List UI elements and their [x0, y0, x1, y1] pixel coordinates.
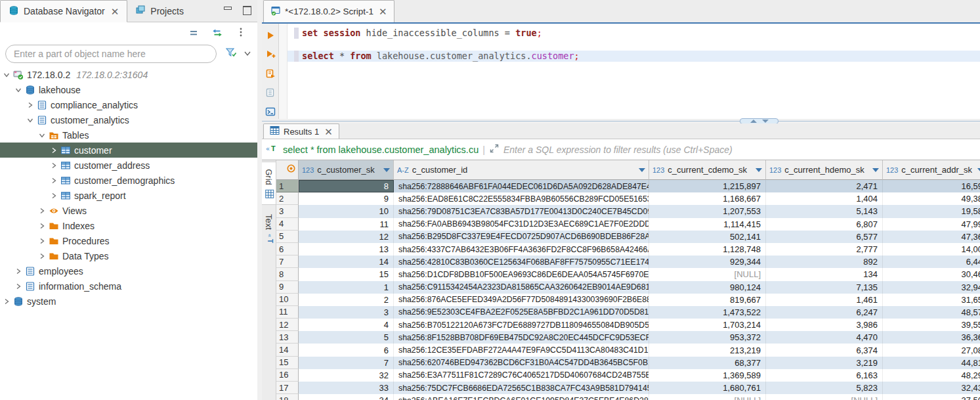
row-number[interactable]: 5 — [276, 231, 299, 243]
chevron-right-icon[interactable] — [50, 146, 58, 154]
cell-c_customer_sk-row10[interactable]: 2 — [299, 294, 394, 306]
row-number[interactable]: 3 — [276, 205, 299, 217]
cell-c_current_hdemo_sk-row14[interactable]: 6,374 — [766, 344, 883, 356]
cell-c_customer_id-row5[interactable]: sha256:B295D8FC337E9E4FECD0725D907ACD6B6… — [394, 231, 649, 243]
cell-c_customer_sk-row8[interactable]: 15 — [299, 268, 394, 280]
cell-c_customer_id-row13[interactable]: sha256:8F1528BB708DF69EB475DC92A8C20EC44… — [394, 331, 649, 344]
tree-item-procedures[interactable]: Procedures — [0, 233, 257, 248]
splitter-up-icon[interactable] — [750, 120, 757, 123]
view-menu-icon[interactable] — [235, 27, 247, 39]
row-number[interactable]: 15 — [276, 357, 299, 369]
cell-c_customer_id-row6[interactable]: sha256:4337C7AB6432E3B06FF4A3636FD2F8CC8… — [394, 243, 649, 256]
filter-input[interactable]: Enter a SQL expression to filter results… — [503, 144, 733, 155]
cell-c_current_addr_sk-row7[interactable]: 6,44 — [883, 256, 980, 268]
cell-c_customer_id-row17[interactable]: sha256:75DC7FCB6686EDA72565C1B838CA7FC43… — [394, 382, 649, 394]
cell-c_current_hdemo_sk-row16[interactable]: 6,163 — [766, 369, 883, 382]
tree-item-customer-demographics[interactable]: customer_demographics — [0, 173, 257, 188]
cell-c_current_addr_sk-row5[interactable]: 47,36 — [883, 231, 980, 243]
cell-c_current_hdemo_sk-row6[interactable]: 2,777 — [766, 243, 883, 256]
maximize-icon[interactable] — [242, 6, 251, 14]
cell-c_current_cdemo_sk-row12[interactable]: 1,703,214 — [649, 319, 766, 331]
panel-splitter[interactable] — [257, 0, 262, 400]
minimize-icon[interactable] — [223, 6, 232, 14]
cell-c_customer_sk-row1[interactable]: 8 — [299, 180, 394, 192]
sql-code[interactable]: set session hide_inaccessible_columns = … — [288, 24, 980, 119]
cell-c_current_addr_sk-row18[interactable]: 37,50 — [883, 394, 980, 400]
execute-script-icon[interactable] — [265, 68, 276, 81]
cell-c_customer_sk-row2[interactable]: 9 — [299, 192, 394, 205]
cell-c_customer_id-row16[interactable]: sha256:E3A77511F81C7289C76C4065217D5D406… — [394, 369, 649, 382]
cell-c_customer_id-row11[interactable]: sha256:9E52303CE4FBA2E2F0525E8A5BFBD2C1A… — [394, 306, 649, 319]
chevron-right-icon[interactable] — [38, 237, 46, 245]
cell-c_customer_id-row3[interactable]: sha256:79D08751C3EA7C83BA57D177E00413D0C… — [394, 205, 649, 217]
row-number[interactable]: 10 — [276, 294, 299, 306]
tree-item-employees[interactable]: employees — [0, 263, 257, 278]
column-dropdown-icon[interactable] — [383, 168, 390, 172]
chevron-right-icon[interactable] — [3, 298, 11, 305]
chevron-down-icon[interactable] — [243, 48, 252, 60]
cell-c_customer_id-row14[interactable]: sha256:12CE35EFDABF272A4A47E9FA9CC5D4113… — [394, 344, 649, 356]
column-dropdown-icon[interactable] — [756, 168, 762, 172]
cell-c_current_cdemo_sk-row16[interactable]: 1,369,589 — [649, 369, 766, 382]
cell-c_current_cdemo_sk-row14[interactable]: 213,219 — [649, 344, 766, 356]
chevron-right-icon[interactable] — [38, 252, 46, 260]
cell-c_customer_sk-row4[interactable]: 11 — [299, 218, 394, 231]
cell-c_current_addr_sk-row1[interactable]: 16,59 — [883, 180, 980, 192]
chevron-right-icon[interactable] — [50, 192, 58, 200]
cell-c_current_addr_sk-row6[interactable]: 14,00 — [883, 243, 980, 256]
cell-c_current_cdemo_sk-row2[interactable]: 1,168,667 — [649, 192, 766, 205]
cell-c_current_cdemo_sk-row10[interactable]: 819,667 — [649, 294, 766, 306]
cell-c_current_hdemo_sk-row12[interactable]: 3,986 — [766, 319, 883, 331]
tree-item-indexes[interactable]: Indexes — [0, 218, 257, 233]
tree-item-system[interactable]: system — [0, 294, 257, 309]
chevron-right-icon[interactable] — [26, 101, 34, 109]
tab-database-navigator[interactable]: Database Navigator ✕ — [0, 0, 127, 22]
cell-c_current_addr_sk-row13[interactable]: 36,36 — [883, 331, 980, 344]
execute-statement-icon[interactable] — [265, 30, 276, 43]
cell-c_customer_sk-row3[interactable]: 10 — [299, 205, 394, 217]
cell-c_current_hdemo_sk-row8[interactable]: 134 — [766, 268, 883, 280]
cell-c_customer_id-row15[interactable]: sha256:620746BED947362BCD6CF31B0A4C547DD… — [394, 357, 649, 369]
cell-c_customer_sk-row7[interactable]: 14 — [299, 256, 394, 268]
cell-c_customer_id-row9[interactable]: sha256:C9115342454A2323DA815865CAA326064… — [394, 281, 649, 294]
cell-c_current_hdemo_sk-row18[interactable]: [NULL] — [766, 394, 883, 400]
cell-c_customer_id-row12[interactable]: sha256:B705122120A673FC7DE6889727DB11809… — [394, 319, 649, 331]
filter-icon[interactable] — [224, 47, 238, 61]
tree-item-information-schema[interactable]: information_schema — [0, 278, 257, 294]
open-console-icon[interactable] — [265, 106, 276, 120]
cell-c_current_hdemo_sk-row3[interactable]: 5,143 — [766, 205, 883, 217]
tree-item-data-types[interactable]: Data Types — [0, 248, 257, 263]
search-input[interactable]: Enter a part of object name here — [5, 45, 217, 63]
cell-c_current_addr_sk-row4[interactable]: 47,99 — [883, 218, 980, 231]
chevron-right-icon[interactable] — [14, 267, 22, 275]
cell-c_current_addr_sk-row11[interactable]: 48,57 — [883, 306, 980, 319]
cell-c_current_addr_sk-row10[interactable]: 31,65 — [883, 294, 980, 306]
chevron-right-icon[interactable] — [14, 282, 22, 290]
cell-c_customer_id-row10[interactable]: sha256:876ACE5EFED349A2D56F77D5084891433… — [394, 294, 649, 306]
tree-item-spark-report[interactable]: spark_report — [0, 188, 257, 203]
column-header-c_customer_sk[interactable]: 123c_customer_sk — [299, 160, 394, 180]
chevron-down-icon[interactable] — [26, 116, 34, 124]
cell-c_customer_sk-row9[interactable]: 1 — [299, 281, 394, 294]
close-icon[interactable]: ✕ — [324, 127, 333, 137]
cell-c_current_hdemo_sk-row4[interactable]: 6,807 — [766, 218, 883, 231]
cell-c_current_addr_sk-row12[interactable]: 39,55 — [883, 319, 980, 331]
cell-c_current_hdemo_sk-row5[interactable]: 6,577 — [766, 231, 883, 243]
cell-c_customer_sk-row13[interactable]: 5 — [299, 331, 394, 344]
cell-c_current_hdemo_sk-row1[interactable]: 2,471 — [766, 180, 883, 192]
row-number[interactable]: 7 — [276, 256, 299, 268]
execute-new-tab-icon[interactable] — [265, 49, 276, 62]
tab-text-view[interactable]: Text«T — [262, 209, 276, 251]
cell-c_customer_sk-row12[interactable]: 4 — [299, 319, 394, 331]
row-number[interactable]: 2 — [276, 192, 299, 205]
cell-c_current_hdemo_sk-row7[interactable]: 892 — [766, 256, 883, 268]
cell-c_current_hdemo_sk-row17[interactable]: 5,823 — [766, 382, 883, 394]
tab-sql-script[interactable]: *<172.18.0.2> Script-1 ✕ — [263, 0, 394, 22]
column-header-c_current_cdemo_sk[interactable]: 123c_current_cdemo_sk — [649, 160, 766, 180]
cell-c_customer_sk-row16[interactable]: 32 — [299, 369, 394, 382]
explain-plan-icon[interactable] — [265, 87, 276, 100]
tree-item-customer[interactable]: customer — [0, 143, 257, 158]
code-line[interactable]: set session hide_inaccessible_columns = … — [288, 28, 980, 39]
cell-c_current_cdemo_sk-row5[interactable]: 502,141 — [649, 231, 766, 243]
link-with-editor-icon[interactable] — [211, 27, 223, 39]
